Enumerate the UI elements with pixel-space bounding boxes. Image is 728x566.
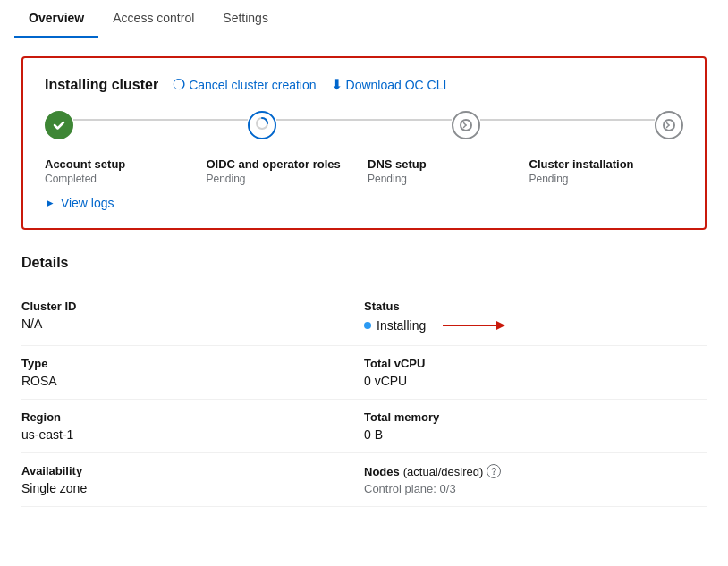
step-status-cluster-install: Pending (529, 173, 684, 185)
step-in-progress-icon (248, 111, 276, 139)
status-label: Status (364, 300, 707, 313)
type-label: Type (21, 357, 364, 370)
status-dot-icon (364, 322, 371, 329)
step-name-dns: DNS setup (368, 157, 522, 171)
svg-line-3 (463, 125, 466, 128)
step-label-cluster-install: Cluster installation Pending (526, 157, 684, 185)
step-completed-icon (45, 111, 73, 139)
step-pending-icon-cluster (655, 111, 683, 139)
step-dns-setup (452, 111, 480, 147)
nodes-help-icon[interactable]: ? (487, 464, 501, 478)
red-arrow-svg (438, 317, 510, 334)
detail-status: Status Installing (364, 289, 707, 346)
cancel-action-label: Cancel cluster creation (189, 78, 316, 92)
detail-region: Region us-east-1 (21, 400, 364, 453)
download-oc-cli-link[interactable]: ⬇ Download OC CLI (331, 76, 447, 93)
svg-marker-8 (496, 321, 505, 330)
step-label-oidc: OIDC and operator roles Pending (203, 157, 365, 185)
step-oidc-roles (248, 111, 276, 147)
tab-overview[interactable]: Overview (14, 0, 98, 38)
tab-settings[interactable]: Settings (208, 0, 283, 38)
availability-value: Single zone (21, 481, 364, 495)
vcpu-label: Total vCPU (364, 357, 707, 370)
step-status-oidc: Pending (207, 173, 361, 185)
step-name-cluster-install: Cluster installation (529, 157, 684, 171)
connector-2 (276, 119, 451, 121)
steps-labels-row: Account setup Completed OIDC and operato… (45, 157, 683, 185)
memory-label: Total memory (364, 410, 707, 424)
step-label-account-setup: Account setup Completed (45, 157, 203, 185)
download-action-label: Download OC CLI (346, 78, 447, 92)
cluster-id-value: N/A (21, 317, 364, 331)
svg-line-6 (666, 125, 669, 128)
detail-vcpu: Total vCPU 0 vCPU (364, 346, 707, 400)
details-section: Details Cluster ID N/A Status Installing (21, 255, 707, 507)
region-label: Region (21, 410, 364, 424)
details-grid: Cluster ID N/A Status Installing (21, 289, 707, 507)
nodes-label-row: Nodes (actual/desired) ? (364, 464, 707, 478)
step-cluster-installation (655, 111, 683, 147)
type-value: ROSA (21, 374, 364, 388)
connector-3 (480, 119, 655, 121)
cluster-id-label: Cluster ID (21, 300, 364, 313)
detail-memory: Total memory 0 B (364, 400, 707, 453)
detail-nodes: Nodes (actual/desired) ? Control plane: … (364, 453, 707, 507)
nodes-control-plane-value: Control plane: 0/3 (364, 482, 707, 495)
connector-1 (73, 119, 248, 121)
step-status-account-setup: Completed (45, 173, 199, 185)
nodes-label-text: Nodes (364, 465, 400, 478)
tab-access-control[interactable]: Access control (98, 0, 208, 38)
step-name-account-setup: Account setup (45, 157, 199, 171)
step-account-setup (45, 111, 73, 147)
installing-cluster-card: Installing cluster ❍ Cancel cluster crea… (21, 56, 707, 230)
detail-type: Type ROSA (21, 346, 364, 400)
step-status-dns: Pending (368, 173, 522, 185)
cancel-icon: ❍ (173, 76, 185, 93)
details-title: Details (21, 255, 707, 271)
step-pending-icon-dns (452, 111, 480, 139)
download-icon: ⬇ (331, 76, 343, 93)
detail-availability: Availability Single zone (21, 453, 364, 507)
chevron-right-icon: ► (45, 197, 55, 209)
view-logs-label: View logs (61, 196, 114, 210)
view-logs-link[interactable]: ► View logs (45, 196, 683, 210)
vcpu-value: 0 vCPU (364, 374, 707, 388)
memory-value: 0 B (364, 427, 707, 442)
installing-title: Installing cluster (45, 77, 158, 93)
status-value-row: Installing (364, 317, 707, 334)
detail-cluster-id: Cluster ID N/A (21, 289, 364, 346)
steps-icons-row (45, 111, 683, 147)
availability-label: Availability (21, 464, 364, 477)
step-name-oidc: OIDC and operator roles (207, 157, 361, 171)
step-label-dns: DNS setup Pending (364, 157, 526, 185)
tabs-bar: Overview Access control Settings (0, 0, 728, 38)
arrow-annotation (438, 317, 510, 334)
region-value: us-east-1 (21, 427, 364, 442)
status-value: Installing (377, 318, 426, 333)
cancel-cluster-creation-link[interactable]: ❍ Cancel cluster creation (173, 76, 316, 93)
card-header: Installing cluster ❍ Cancel cluster crea… (45, 76, 683, 93)
